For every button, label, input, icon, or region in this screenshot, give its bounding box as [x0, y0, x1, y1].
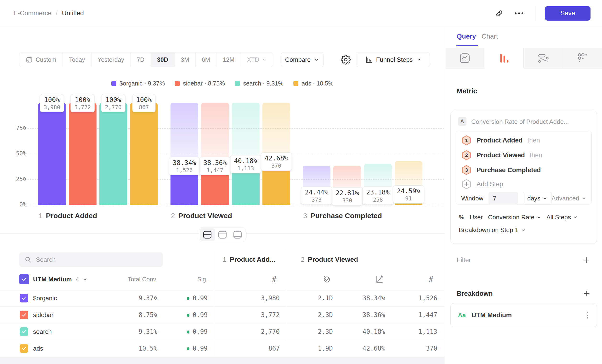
row-checkbox[interactable] [20, 344, 28, 353]
funnel-chart-icon [365, 56, 373, 64]
chevron-down-icon [521, 228, 525, 232]
table-scrollbar-track[interactable] [0, 357, 445, 364]
save-button[interactable]: Save [545, 6, 591, 21]
measure-scope-dropdown[interactable]: All Steps [547, 214, 578, 221]
window-unit-dropdown[interactable]: days [523, 192, 551, 205]
legend-swatch [293, 81, 298, 86]
tab-flows[interactable] [524, 48, 563, 68]
row-sig: 0.99 [187, 345, 208, 352]
date-range-custom[interactable]: Custom [19, 53, 63, 67]
breadcrumb-separator: / [56, 10, 58, 17]
funnel-step-2[interactable]: 2Product Viewedthen [461, 148, 586, 163]
breadcrumb-current[interactable]: Untitled [62, 10, 84, 17]
row-checkbox[interactable] [20, 310, 28, 319]
table-row-sidebar[interactable]: sidebar8.75%0.993,7722.3D38.36%1,447 [0, 307, 445, 323]
step-title: Product Viewed [308, 256, 358, 263]
bar-step1-sidebar[interactable] [69, 103, 97, 205]
add-step-button[interactable]: Add Step [461, 177, 586, 191]
breakdown-item-menu-button[interactable] [585, 310, 590, 320]
more-options-button[interactable] [513, 8, 525, 19]
date-range-today[interactable]: Today [63, 53, 91, 67]
breakdown-on-step-dropdown[interactable]: Breakdown on Step 1 [459, 226, 525, 234]
share-link-button[interactable] [494, 8, 505, 19]
tab-chart[interactable]: Chart [482, 32, 498, 40]
measurement-row: % User Conversion Rate All Steps [459, 212, 578, 222]
row-step1-count: 3,772 [261, 311, 280, 319]
date-range-30d[interactable]: 30D [151, 53, 175, 67]
col-header-total-conv[interactable]: Total Conv. [128, 276, 157, 283]
bar-value-label-step3-search: 23.18%258 [362, 187, 393, 205]
table-row-ads[interactable]: ads10.5%0.998671.9D42.68%370 [0, 340, 445, 357]
row-step2-time: 2.3D [318, 328, 333, 335]
layout-toggle-chart-only[interactable] [215, 228, 230, 241]
layout-toggle-table-only[interactable] [230, 228, 245, 241]
bar-step1-organic[interactable] [38, 103, 66, 205]
bar-step1-search[interactable] [99, 103, 127, 205]
check-icon [21, 296, 27, 301]
layout-toggle-split-view[interactable] [200, 228, 215, 241]
table-row-search[interactable]: search9.31%0.992,7702.3D40.18%1,113 [0, 323, 445, 340]
row-step2-count: 1,526 [419, 295, 437, 302]
tab-query[interactable]: Query [457, 32, 476, 40]
legend-swatch [175, 81, 180, 86]
count-column-icon[interactable]: # [426, 274, 436, 285]
chevron-down-icon [582, 196, 586, 201]
date-range-12m[interactable]: 12M [216, 53, 241, 67]
chart-settings-button[interactable] [339, 52, 353, 67]
legend-item-ads[interactable]: ads · 10.5% [293, 80, 333, 87]
date-range-7d[interactable]: 7D [130, 53, 151, 67]
funnel-analysis-app: E-Commerce / Untitled Save CustomTodayYe… [0, 0, 602, 364]
table-only-icon [233, 230, 242, 239]
row-step1-count: 2,770 [261, 328, 280, 335]
tab-retention[interactable] [563, 48, 602, 68]
conversion-rate-column-icon[interactable] [374, 274, 385, 285]
table-group-header[interactable]: UTM Medium 4 [19, 273, 87, 285]
sig-dot-icon [187, 331, 189, 334]
time-to-convert-column-icon[interactable] [322, 274, 332, 285]
measure-entity[interactable]: User [470, 214, 483, 221]
percent-icon[interactable]: % [459, 214, 464, 221]
breadcrumb-parent[interactable]: E-Commerce [13, 10, 52, 17]
measure-metric-dropdown[interactable]: Conversion Rate [488, 214, 541, 221]
breakdown-item-card[interactable]: Aa UTM Medium [451, 303, 597, 327]
count-column-icon[interactable]: # [269, 274, 280, 285]
tab-insights[interactable] [445, 48, 484, 68]
svg-text:2: 2 [465, 152, 468, 158]
compare-button[interactable]: Compare [281, 52, 323, 67]
window-value-input[interactable] [488, 192, 518, 204]
select-all-checkbox[interactable] [19, 274, 29, 284]
date-range-xtd[interactable]: XTD [241, 53, 273, 67]
row-checkbox[interactable] [20, 294, 28, 302]
legend-item-search[interactable]: search · 9.31% [235, 80, 283, 87]
col-header-sig[interactable]: Sig. [197, 276, 208, 283]
header-divider [535, 6, 535, 21]
table-step2-header[interactable]: 2 Product Viewed [301, 256, 358, 263]
check-icon [21, 312, 27, 318]
tab-funnels[interactable] [484, 48, 524, 68]
chart-step-label-2: 2Product Viewed [171, 212, 232, 220]
legend-item-sidebar[interactable]: sidebar · 8.75% [175, 80, 225, 87]
flows-icon [538, 53, 549, 64]
row-checkbox[interactable] [20, 327, 28, 336]
legend-item-organic[interactable]: $organic · 9.37% [111, 80, 165, 87]
chart-type-button[interactable]: Funnel Steps [356, 52, 430, 67]
funnel-step-3[interactable]: 3Purchase Completed [461, 163, 586, 177]
date-range-yesterday[interactable]: Yesterday [91, 53, 130, 67]
bar-value-label-step3-sidebar: 22.81%330 [332, 187, 363, 205]
table-row-organic[interactable]: $organic9.37%0.993,9802.1D38.34%1,526 [0, 290, 445, 307]
table-step1-header[interactable]: 1 Product Add... [223, 256, 275, 263]
add-step-icon [461, 179, 472, 189]
bar-value-label-step1-search: 100%2,770 [101, 94, 125, 112]
bar-step1-ads[interactable] [130, 103, 158, 205]
string-property-icon: Aa [458, 311, 466, 319]
advanced-dropdown[interactable]: Advanced [551, 195, 586, 202]
funnel-step-1[interactable]: 1Product Addedthen [461, 133, 586, 148]
row-label: sidebar [33, 311, 54, 319]
add-filter-button[interactable] [583, 256, 591, 264]
search-input[interactable] [35, 256, 158, 264]
date-range-3m[interactable]: 3M [175, 53, 196, 67]
metric-title[interactable]: Conversion Rate of Product Adde... [471, 118, 569, 126]
row-step2-time: 1.9D [318, 345, 333, 352]
date-range-6m[interactable]: 6M [196, 53, 217, 67]
add-breakdown-button[interactable] [583, 289, 591, 298]
